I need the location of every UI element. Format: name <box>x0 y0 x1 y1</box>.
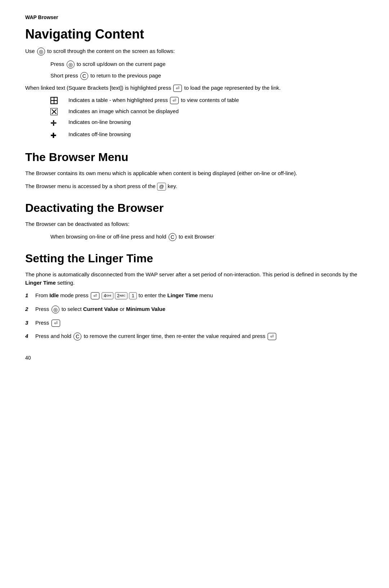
menu-key-icon: ⏎ <box>91 292 99 299</box>
linger-steps: 1 From Idle mode press ⏎ 4GHI 2ABC 1 to … <box>25 291 364 340</box>
step-number-2: 2 <box>25 305 35 313</box>
enter-icon-3: ⏎ <box>52 320 60 327</box>
symbol-row-offline: ✚ Indicates off-line browsing <box>50 130 364 140</box>
symbol-table-text: Indicates a table - when highlighted pre… <box>68 96 364 104</box>
symbol-image-text: Indicates an image which cannot be displ… <box>68 107 364 116</box>
section-title-navigating: Navigating Content <box>25 27 364 42</box>
step-number-4: 4 <box>25 332 35 340</box>
linger-step-4: 4 Press and hold C to remove the current… <box>25 332 364 340</box>
c-key-icon-deactivate: C <box>169 233 176 241</box>
enter-icon-4: ⏎ <box>268 333 276 340</box>
key-1: 1 <box>129 292 137 299</box>
navigating-bullets: Press ◎ to scroll up/down on the current… <box>50 60 364 80</box>
symbol-offline-text: Indicates off-line browsing <box>68 130 364 139</box>
deactivating-intro: The Browser can be deactivated as follow… <box>25 220 364 228</box>
key-4ghi: 4GHI <box>102 292 113 299</box>
online-symbol-icon: ✛ <box>50 118 68 128</box>
enter-icon-1: ⏎ <box>173 85 182 92</box>
symbol-list: Indicates a table - when highlighted pre… <box>50 96 364 140</box>
symbol-row-image: Indicates an image which cannot be displ… <box>50 107 364 116</box>
at-key-icon: @ <box>157 183 166 191</box>
bullet-scroll: Press ◎ to scroll up/down on the current… <box>50 60 364 68</box>
step-content-2: Press ◎ to select Current Value or Minim… <box>35 305 364 313</box>
nav-icon-2: ◎ <box>52 306 59 313</box>
section-title-deactivating: Deactivating the Browser <box>25 201 364 215</box>
section-title-browser-menu: The Browser Menu <box>25 151 364 164</box>
linger-step-1: 1 From Idle mode press ⏎ 4GHI 2ABC 1 to … <box>25 291 364 299</box>
deactivating-bullet-block: When browsing on-line or off-line press … <box>50 232 364 241</box>
c-key-icon-linger: C <box>73 333 81 340</box>
page-header-text: WAP Browser <box>25 14 58 20</box>
key-2abc: 2ABC <box>115 292 128 299</box>
offline-symbol-icon: ✚ <box>50 130 68 140</box>
section-title-linger: Setting the Linger Time <box>25 252 364 265</box>
enter-icon-2: ⏎ <box>170 97 179 104</box>
scroll-icon-1: ◎ <box>67 61 75 68</box>
back-icon: C <box>80 72 88 80</box>
deactivating-bullet: When browsing on-line or off-line press … <box>50 232 364 241</box>
step-content-3: Press ⏎ <box>35 318 364 327</box>
xbox-icon <box>50 108 58 115</box>
grid-icon <box>50 97 58 104</box>
page-header: WAP Browser <box>25 14 364 20</box>
image-symbol-icon <box>50 107 68 115</box>
step-content-4: Press and hold C to remove the current l… <box>35 332 364 340</box>
bullet-back: Short press C to return to the previous … <box>50 71 364 80</box>
step-number-3: 3 <box>25 318 35 327</box>
step-content-1: From Idle mode press ⏎ 4GHI 2ABC 1 to en… <box>35 291 364 299</box>
table-symbol-icon <box>50 96 68 104</box>
symbol-row-table: Indicates a table - when highlighted pre… <box>50 96 364 104</box>
linger-intro: The phone is automatically disconnected … <box>25 270 364 287</box>
linger-step-2: 2 Press ◎ to select Current Value or Min… <box>25 305 364 313</box>
browser-menu-para2: The Browser menu is accessed by a short … <box>25 182 364 191</box>
step-number-1: 1 <box>25 291 35 299</box>
browser-menu-para1: The Browser contains its own menu which … <box>25 169 364 177</box>
nav-scroll-icon: ◎ <box>37 48 45 55</box>
linked-text-para: When linked text (Square Brackets [text]… <box>25 84 364 92</box>
linger-step-3: 3 Press ⏎ <box>25 318 364 327</box>
page-number: 40 <box>25 355 364 361</box>
navigating-intro: Use ◎ to scroll through the content on t… <box>25 47 364 55</box>
symbol-online-text: Indicates on-line browsing <box>68 118 364 126</box>
symbol-row-online: ✛ Indicates on-line browsing <box>50 118 364 128</box>
